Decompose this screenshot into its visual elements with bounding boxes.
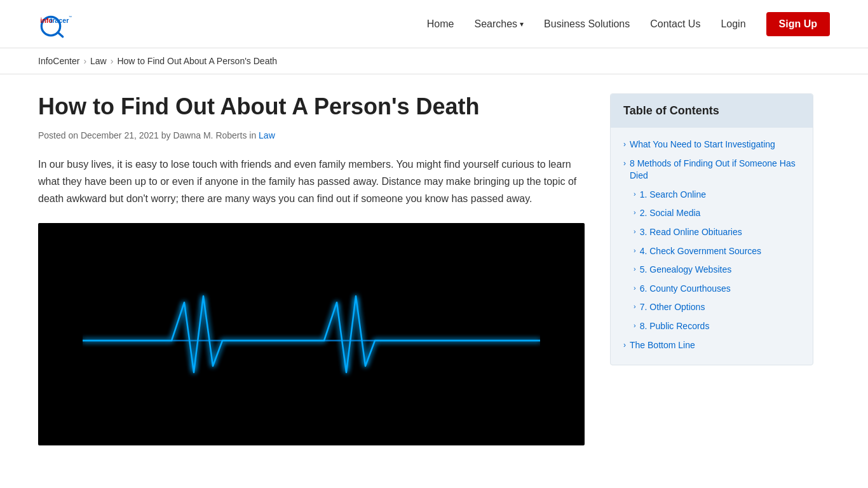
main-layout: How to Find Out About A Person's Death P… <box>0 74 868 464</box>
nav-business-solutions[interactable]: Business Solutions <box>544 18 630 30</box>
toc-link-6[interactable]: 5. Genealogy Websites <box>640 264 732 276</box>
article: How to Find Out About A Person's Death P… <box>38 93 585 445</box>
toc-chevron-icon: › <box>634 190 636 198</box>
searches-chevron-icon: ▾ <box>520 20 524 29</box>
toc-item-2: › 1. Search Online <box>611 186 813 205</box>
article-meta: Posted on December 21, 2021 by Dawna M. … <box>38 130 585 140</box>
toc-chevron-icon: › <box>634 302 636 310</box>
toc-link-1[interactable]: 8 Methods of Finding Out if Someone Has … <box>630 158 800 182</box>
breadcrumb-current: How to Find Out About A Person's Death <box>117 56 277 66</box>
nav-searches[interactable]: Searches ▾ <box>474 18 524 30</box>
breadcrumb-separator-2: › <box>111 56 114 66</box>
toc-chevron-icon: › <box>634 322 636 329</box>
signup-button[interactable]: Sign Up <box>766 12 830 36</box>
logo[interactable]: info tracer ™ <box>38 6 76 41</box>
toc-link-10[interactable]: The Bottom Line <box>630 339 695 352</box>
breadcrumb-infocenter[interactable]: InfoCenter <box>38 56 79 66</box>
breadcrumb: InfoCenter › Law › How to Find Out About… <box>0 48 868 74</box>
toc-chevron-icon: › <box>634 208 636 216</box>
article-category-link[interactable]: Law <box>259 130 275 140</box>
toc-chevron-icon: › <box>623 341 626 349</box>
toc-link-9[interactable]: 8. Public Records <box>640 320 710 333</box>
breadcrumb-law[interactable]: Law <box>90 56 107 66</box>
toc-item-5: › 4. Check Government Sources <box>611 242 813 261</box>
toc-chevron-icon: › <box>634 265 636 273</box>
article-title: How to Find Out About A Person's Death <box>38 93 585 120</box>
toc-chevron-icon: › <box>623 140 626 149</box>
toc-chevron-icon: › <box>634 227 636 235</box>
main-nav: Home Searches ▾ Business Solutions Conta… <box>427 12 830 36</box>
toc-item-7: › 6. County Courthouses <box>611 280 813 299</box>
svg-text:tracer: tracer <box>50 17 69 24</box>
site-header: info tracer ™ Home Searches ▾ Business S… <box>0 0 868 48</box>
toc-item-10: › The Bottom Line <box>611 336 813 355</box>
toc-link-8[interactable]: 7. Other Options <box>640 301 705 314</box>
article-intro: In our busy lives, it is easy to lose to… <box>38 156 585 208</box>
breadcrumb-separator-1: › <box>83 56 86 66</box>
toc-link-0[interactable]: What You Need to Start Investigating <box>630 139 775 151</box>
toc-item-6: › 5. Genealogy Websites <box>611 261 813 280</box>
toc-link-4[interactable]: 3. Read Online Obituaries <box>640 226 742 239</box>
toc-header: Table of Contents <box>611 94 813 128</box>
toc-link-7[interactable]: 6. County Courthouses <box>640 283 731 295</box>
svg-line-4 <box>58 32 62 37</box>
toc-item-0: › What You Need to Start Investigating <box>611 135 813 154</box>
toc-link-5[interactable]: 4. Check Government Sources <box>640 245 761 258</box>
nav-contact-us[interactable]: Contact Us <box>650 18 700 30</box>
toc-link-3[interactable]: 2. Social Media <box>640 207 701 220</box>
toc-item-4: › 3. Read Online Obituaries <box>611 223 813 242</box>
sidebar: Table of Contents › What You Need to Sta… <box>610 93 813 445</box>
nav-home[interactable]: Home <box>427 18 454 30</box>
login-button[interactable]: Login <box>721 18 745 30</box>
toc-item-9: › 8. Public Records <box>611 317 813 336</box>
toc-item-8: › 7. Other Options <box>611 298 813 317</box>
toc-chevron-icon: › <box>623 159 626 168</box>
table-of-contents: Table of Contents › What You Need to Sta… <box>610 93 813 365</box>
toc-link-2[interactable]: 1. Search Online <box>640 189 706 201</box>
svg-text:™: ™ <box>69 15 72 19</box>
toc-chevron-icon: › <box>634 284 636 292</box>
article-image <box>38 223 585 445</box>
toc-item-1: › 8 Methods of Finding Out if Someone Ha… <box>611 154 813 186</box>
toc-item-3: › 2. Social Media <box>611 204 813 223</box>
toc-chevron-icon: › <box>634 247 636 254</box>
